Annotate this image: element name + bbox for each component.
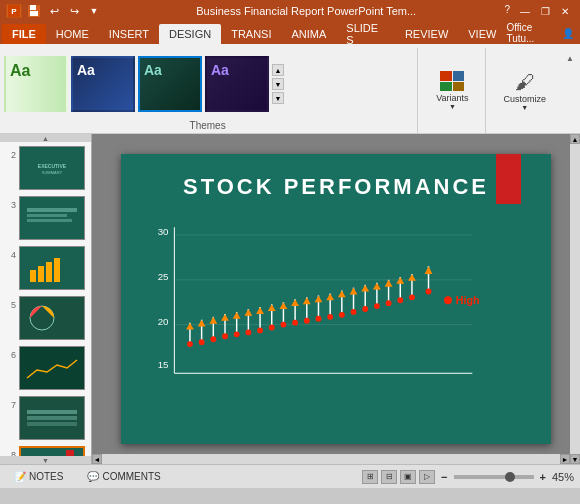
customize-label: Customize [504,94,547,104]
tab-transi[interactable]: TRANSI [221,24,281,44]
slide-num-2: 2 [6,150,16,160]
variants-icon [440,71,464,91]
scroll-down-btn[interactable]: ▼ [570,454,580,464]
svg-marker-91 [396,277,404,284]
more-icon[interactable]: ▼ [86,4,102,18]
close-button[interactable]: ✕ [556,4,574,18]
tab-anima[interactable]: ANIMA [282,24,337,44]
slide-item-5: 5 [6,296,85,340]
svg-text:25: 25 [158,271,169,282]
svg-text:High: High [456,294,480,306]
title-bar: P ↩ ↪ ▼ Business Financial Report PowerP… [0,0,580,22]
tab-review[interactable]: REVIEW [395,24,458,44]
svg-point-98 [426,289,432,295]
panel-bottom-scroll[interactable]: ▼ [0,456,91,464]
theme-thumb-4[interactable] [205,56,269,112]
customize-content: 🖌 Customize ▼ [496,48,555,133]
svg-rect-16 [54,258,60,282]
svg-marker-43 [209,317,217,324]
scroll-left-btn[interactable]: ◄ [92,454,102,464]
zoom-minus[interactable]: − [441,471,447,483]
zoom-value: 45% [552,471,574,483]
slide-num-4: 4 [6,250,16,260]
restore-button[interactable]: ❐ [536,4,554,18]
svg-rect-14 [38,266,44,282]
collapse-button[interactable]: ▲ [564,52,576,65]
theme-thumb-2[interactable] [71,56,135,112]
tab-file[interactable]: FILE [2,24,46,44]
theme-scroll-down[interactable]: ▼ [272,78,284,90]
scroll-up-btn[interactable]: ▲ [570,134,580,144]
svg-point-95 [409,294,415,300]
tab-slides[interactable]: SLIDE S [336,24,395,44]
zoom-slider[interactable] [454,475,534,479]
panel-top-scroll[interactable]: ▲ [0,134,91,142]
zoom-thumb[interactable] [505,472,515,482]
slide-thumb-7[interactable] [19,396,85,440]
customize-arrow: ▼ [521,104,528,111]
slide-thumb-2[interactable]: EXECUTIVESUMMARY [19,146,85,190]
customize-button[interactable]: 🖌 Customize ▼ [496,68,555,114]
canvas-area: STOCK PERFORMANCE 30 25 20 15 [92,134,580,464]
theme-scroll: ▲ ▼ ▼ [272,64,284,104]
svg-marker-76 [338,291,346,298]
comments-button[interactable]: 💬 COMMENTS [79,470,168,483]
svg-point-59 [269,325,275,331]
theme-scroll-more[interactable]: ▼ [272,92,284,104]
svg-point-92 [397,297,403,303]
variants-arrow: ▼ [449,103,456,110]
tab-home[interactable]: HOME [46,24,99,44]
tab-view[interactable]: VIEW [458,24,506,44]
slide-thumb-6[interactable] [19,346,85,390]
tab-design[interactable]: DESIGN [159,24,221,44]
slide-canvas[interactable]: STOCK PERFORMANCE 30 25 20 15 [121,154,551,444]
svg-text:SUMMARY: SUMMARY [42,170,63,175]
svg-point-62 [281,322,287,328]
office-tab[interactable]: Office Tutu... [506,22,558,44]
undo-icon[interactable]: ↩ [46,4,62,18]
svg-point-89 [386,300,392,306]
svg-point-99 [444,296,452,304]
svg-marker-88 [385,280,393,287]
normal-view-icon[interactable]: ⊞ [362,470,378,484]
notes-button[interactable]: 📝 NOTES [6,470,71,483]
slide-thumb-4[interactable] [19,246,85,290]
canvas-scrollbar-vertical: ▲ ▼ [570,134,580,464]
svg-marker-79 [350,288,358,295]
zoom-plus[interactable]: + [540,471,546,483]
slide-thumb-5[interactable] [19,296,85,340]
minimize-button[interactable]: — [516,4,534,18]
svg-point-74 [327,314,333,320]
variants-button[interactable]: Variants ▼ [428,68,476,113]
svg-rect-4 [30,11,38,16]
h-scroll-track[interactable] [102,454,560,464]
svg-rect-21 [27,410,77,414]
reading-view-icon[interactable]: ▣ [400,470,416,484]
variants-content: Variants ▼ [428,48,476,133]
slide-thumb-3[interactable] [19,196,85,240]
status-right: ⊞ ⊟ ▣ ▷ − + 45% [362,470,574,484]
redo-icon[interactable]: ↪ [66,4,82,18]
variants-label: Variants [436,93,468,103]
scroll-right-btn[interactable]: ► [560,454,570,464]
scroll-track[interactable] [570,144,580,454]
variants-group: Variants ▼ [420,48,485,133]
slide-thumb-8[interactable]: STOCK PERFORMANCE [19,446,85,456]
svg-rect-10 [27,214,67,217]
slide-title: STOCK PERFORMANCE [121,154,551,210]
theme-scroll-up[interactable]: ▲ [272,64,284,76]
svg-point-71 [316,316,322,322]
ribbon-collapse: ▲ [564,48,576,133]
theme-thumb-1[interactable] [4,56,68,112]
svg-marker-49 [233,312,241,319]
svg-text:EXECUTIVE: EXECUTIVE [38,163,67,169]
slideshow-view-icon[interactable]: ▷ [419,470,435,484]
help-button[interactable]: ? [504,4,510,18]
slide-panel: ▲ 2 EXECUTIVESUMMARY 3 4 [0,134,92,464]
theme-thumb-3[interactable] [138,56,202,112]
tab-insert[interactable]: INSERT [99,24,159,44]
svg-point-47 [222,333,228,339]
save-icon[interactable] [26,4,42,18]
svg-rect-23 [27,422,77,426]
slidesorter-view-icon[interactable]: ⊟ [381,470,397,484]
